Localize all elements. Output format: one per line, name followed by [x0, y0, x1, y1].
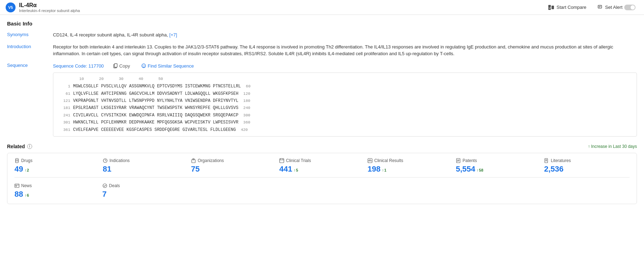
news-icon: News — [14, 183, 102, 188]
header-title-block: IL-4Rα Interleukin-4 receptor subunit al… — [19, 2, 80, 13]
page-title: IL-4Rα — [19, 2, 80, 8]
increase-badge: ↑5 — [294, 168, 298, 172]
increase-badge: ↑1 — [382, 168, 387, 172]
related-count-value: 441 — [279, 164, 292, 174]
sequence-line: 1MGWLCSGLLF PVSCLVLLQV ASSGNMKVLQ EPTCVS… — [58, 83, 632, 90]
introduction-value: Receptor for both interleukin 4 and inte… — [53, 44, 637, 57]
result-icon: Clinical Results — [368, 158, 453, 163]
deal-icon: Deals — [102, 183, 190, 188]
svg-point-10 — [144, 65, 145, 66]
synonyms-value: CD124, IL-4 receptor subunit alpha, IL-4… — [53, 31, 637, 39]
related-count-value: 88 — [14, 190, 23, 199]
sequence-line: 181EPSLRIAAST LKSGISYRAR VRAWAQCYNT TWSE… — [58, 104, 632, 111]
svg-rect-3 — [598, 5, 602, 8]
main-content: Basic Info Synonyms CD124, IL-4 receptor… — [0, 15, 644, 210]
trial-icon: Clinical Trials — [279, 158, 365, 163]
synonyms-row: Synonyms CD124, IL-4 receptor subunit al… — [7, 31, 637, 39]
set-alert-button[interactable]: Set Alert — [595, 3, 638, 12]
svg-rect-18 — [280, 158, 284, 163]
increase-badge: ↑58 — [477, 168, 483, 172]
related-item-news[interactable]: News88↑6 — [14, 183, 102, 199]
related-count-value: 5,554 — [456, 164, 475, 174]
sequence-content: Sequence Code: 117700 Copy Find — [53, 62, 637, 137]
related-count-value: 81 — [103, 164, 111, 174]
sequence-line: 121VKPRAPGNLT VHTNVSDTLL LTWSNPYPPD NYLY… — [58, 97, 632, 104]
sequence-ruler: 10 20 30 40 50 — [58, 76, 632, 82]
literature-icon: Literatures — [544, 158, 630, 163]
svg-rect-11 — [16, 158, 18, 163]
alert-icon — [598, 5, 603, 10]
increase-label: ↑ Increase in Last 30 days — [588, 144, 637, 149]
svg-point-9 — [143, 65, 143, 66]
find-similar-button[interactable]: Find Similar Sequence — [139, 62, 196, 70]
related-item-organizations[interactable]: Organizations75 — [191, 158, 276, 174]
copy-icon — [113, 63, 118, 68]
synonyms-label: Synonyms — [7, 31, 53, 37]
sequence-code: Sequence Code: 117700 — [53, 63, 104, 69]
basic-info-title: Basic Info — [7, 21, 637, 27]
related-item-literatures[interactable]: Literatures2,536 — [544, 158, 630, 174]
logo-icon: V5 — [6, 2, 16, 12]
sequence-box[interactable]: 10 20 30 40 50 1MGWLCSGLLF PVSCLVLLQV AS… — [53, 73, 637, 137]
sequence-line: 241CIVILAVCLL CYVSITKIKK EWWDQIPNFA RSRL… — [58, 112, 632, 119]
sequence-header: Sequence Code: 117700 Copy Find — [53, 62, 637, 70]
related-title: Related i — [7, 144, 32, 149]
header: V5 IL-4Rα Interleukin-4 receptor subunit… — [0, 0, 644, 15]
sequence-line: 301HWKNCLTKLL PCFLEHNMKR DEDPHKAAKE MPFQ… — [58, 119, 632, 126]
increase-badge: ↑2 — [24, 168, 29, 172]
introduction-row: Introduction Receptor for both interleuk… — [7, 44, 637, 57]
indication-icon: Indications — [103, 158, 188, 163]
related-item-clinical-trials[interactable]: Clinical Trials441↑5 — [279, 158, 365, 174]
synonyms-more-link[interactable]: [+7] — [169, 32, 177, 37]
related-item-indications[interactable]: Indications81 — [103, 158, 188, 174]
related-count-value: 49 — [14, 164, 23, 174]
related-count-value: 198 — [368, 164, 381, 174]
sequence-row: Sequence Sequence Code: 117700 Copy — [7, 62, 637, 137]
sequence-line: 361CVELFEAPVE CEEEEEVEE KGSFCASPES SRDDF… — [58, 126, 632, 133]
find-similar-icon — [141, 63, 146, 68]
header-left: V5 IL-4Rα Interleukin-4 receptor subunit… — [6, 2, 80, 13]
page-subtitle: Interleukin-4 receptor subunit alpha — [19, 8, 80, 13]
related-item-deals[interactable]: Deals7 — [102, 183, 190, 199]
start-compare-button[interactable]: v5 Start Compare — [545, 3, 589, 11]
compare-icon: v5 — [548, 5, 555, 10]
svg-rect-7 — [114, 64, 117, 67]
svg-text:v5: v5 — [549, 6, 552, 10]
increase-badge: ↑6 — [24, 193, 29, 197]
related-item-clinical-results[interactable]: Clinical Results198↑1 — [368, 158, 453, 174]
divider — [14, 177, 630, 178]
svg-point-38 — [103, 184, 107, 187]
related-count-value: 2,536 — [544, 164, 564, 174]
patent-icon: Patents — [456, 158, 541, 163]
sequence-line: 61LYQLVFLLSE AHTCIPENNG GAGCVCHLLM DDVVS… — [58, 90, 632, 97]
sequence-label: Sequence — [7, 62, 53, 68]
related-grid-row2: News88↑6Deals7 — [14, 183, 630, 199]
introduction-label: Introduction — [7, 44, 53, 49]
related-header: Related i ↑ Increase in Last 30 days — [7, 144, 637, 149]
svg-rect-30 — [545, 158, 548, 163]
related-item-drugs[interactable]: Drugs49↑2 — [14, 158, 100, 174]
related-count-value: 7 — [102, 190, 107, 199]
set-alert-toggle[interactable] — [624, 5, 636, 10]
svg-point-14 — [103, 158, 107, 162]
copy-button[interactable]: Copy — [111, 62, 132, 70]
related-info-icon: i — [27, 144, 32, 149]
related-card: Drugs49↑2Indications81Organizations75Cli… — [7, 153, 637, 204]
drug-icon: Drugs — [14, 158, 100, 163]
related-grid: Drugs49↑2Indications81Organizations75Cli… — [14, 158, 630, 174]
related-count-value: 75 — [191, 164, 199, 174]
header-right: v5 Start Compare Set Alert — [545, 3, 638, 12]
related-item-patents[interactable]: Patents5,554↑58 — [456, 158, 541, 174]
org-icon: Organizations — [191, 158, 276, 163]
svg-rect-1 — [551, 6, 554, 9]
